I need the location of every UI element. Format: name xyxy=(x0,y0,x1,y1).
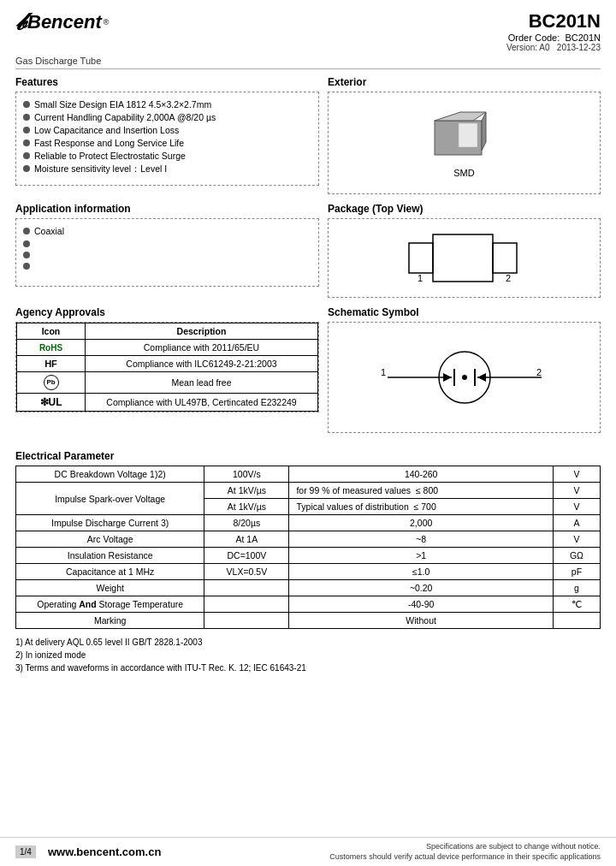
application-section: Application information Coaxial xyxy=(15,203,319,306)
elec-row-4: Arc Voltage At 1A ~8 V xyxy=(16,531,601,548)
elec-val-9: Without xyxy=(289,613,553,629)
website: www.bencent.com.cn xyxy=(48,845,161,858)
features-title: Features xyxy=(15,76,319,88)
elec-param-6: Capacitance at 1 MHz xyxy=(16,564,204,580)
svg-marker-1 xyxy=(435,112,486,121)
approvals-row-rohs: RoHS Compliance with 2011/65/EU xyxy=(17,340,318,356)
pb-icon-cell: Pb xyxy=(17,372,86,394)
order-code-value: BC201N xyxy=(565,33,601,43)
elec-row-6: Capacitance at 1 MHz VLX=0.5V ≤1.0 pF xyxy=(16,564,601,580)
svg-rect-5 xyxy=(433,234,493,282)
elec-cond-8 xyxy=(204,596,289,613)
schematic-title: Schematic Symbol xyxy=(328,306,601,318)
elec-unit-5: GΩ xyxy=(553,548,600,564)
elec-cond-6: VLX=0.5V xyxy=(204,564,289,580)
elec-cond-5: DC=100V xyxy=(204,548,289,564)
features-content: Small Size Design EIA 1812 4.5×3.2×2.7mm… xyxy=(15,92,319,186)
elec-unit-2b: V xyxy=(553,499,600,515)
schematic-svg: 1 2 xyxy=(379,343,550,412)
feature-text-1: Small Size Design EIA 1812 4.5×3.2×2.7mm xyxy=(34,99,211,110)
elec-param-9: Marking xyxy=(16,613,204,629)
app-item-3 xyxy=(23,250,311,258)
feature-4: Fast Response and Long Service Life xyxy=(23,138,311,148)
svg-marker-2 xyxy=(482,112,486,151)
disclaimer-line-1: Specifications are subject to change wit… xyxy=(329,841,601,852)
package-diagram-svg: 1 2 xyxy=(396,226,533,290)
svg-point-18 xyxy=(462,375,467,380)
package-section: Package (Top View) 1 2 xyxy=(328,203,601,306)
agency-approvals-content: Icon Description RoHS Compliance with 20… xyxy=(15,322,319,412)
part-info: BC201N Order Code: BC201N Version: A0 20… xyxy=(506,10,601,52)
package-title: Package (Top View) xyxy=(328,203,601,215)
elec-param-8: Operating And Storage Temperature xyxy=(16,596,204,613)
approvals-row-pb: Pb Mean lead free xyxy=(17,372,318,394)
approvals-schematic-row: Agency Approvals Icon Description RoHS xyxy=(15,306,601,442)
app-item-2 xyxy=(23,239,311,247)
elec-param-3: Impulse Discharge Current 3) xyxy=(16,515,204,531)
bullet-icon xyxy=(23,127,30,133)
logo-area: 𝒷 Bencent® xyxy=(15,10,109,34)
svg-rect-4 xyxy=(409,243,433,273)
feature-text-3: Low Capacitance and Insertion Loss xyxy=(34,125,179,135)
bullet-icon xyxy=(23,228,30,234)
elec-cond-9 xyxy=(204,613,289,629)
elec-unit-7: g xyxy=(553,580,600,596)
date: 2013-12-23 xyxy=(557,43,601,52)
ul-icon-cell: ❇UL xyxy=(17,394,86,412)
feature-6: Moisture sensitivity level：Level I xyxy=(23,163,311,175)
exterior-title: Exterior xyxy=(328,76,601,88)
approvals-row-hf: HF Compliance with ILC61249-2-21:2003 xyxy=(17,356,318,372)
note-2: 2) In ionized mode xyxy=(15,649,601,661)
ul-badge: ❇UL xyxy=(40,396,62,408)
elec-param-1: DC Breakdown Voltage 1)2) xyxy=(16,466,204,483)
elec-cond-7 xyxy=(204,580,289,596)
elec-val-1: 140-260 xyxy=(289,466,553,483)
app-text-1: Coaxial xyxy=(34,226,64,236)
svg-rect-3 xyxy=(459,123,477,147)
feature-2: Current Handling Capability 2,000A @8/20… xyxy=(23,112,311,122)
version: Version: A0 2013-12-23 xyxy=(506,43,601,52)
smd-label: SMD xyxy=(453,168,474,178)
feature-5: Reliable to Protect Electrostatic Surge xyxy=(23,151,311,161)
elec-cond-4: At 1A xyxy=(204,531,289,548)
pb-free-badge: Pb xyxy=(44,375,59,390)
elec-row-3: Impulse Discharge Current 3) 8/20µs 2,00… xyxy=(16,515,601,531)
bullet-icon xyxy=(23,252,30,258)
logo-reg: ® xyxy=(104,18,110,27)
feature-text-4: Fast Response and Long Service Life xyxy=(34,138,184,148)
agency-approvals-title: Agency Approvals xyxy=(15,306,319,318)
disclaimer-line-2: Customers should verify actual device pe… xyxy=(329,851,601,863)
elec-val-8: -40-90 xyxy=(289,596,553,613)
elec-val-7: ~0.20 xyxy=(289,580,553,596)
elec-val-4: ~8 xyxy=(289,531,553,548)
hf-badge: HF xyxy=(44,359,57,369)
elec-unit-8: ℃ xyxy=(553,596,600,613)
svg-text:2: 2 xyxy=(536,367,542,377)
svg-marker-13 xyxy=(443,373,452,382)
feature-text-2: Current Handling Capability 2,000A @8/20… xyxy=(34,112,216,122)
exterior-section: Exterior SMD xyxy=(328,76,601,203)
bullet-icon xyxy=(23,139,30,146)
rohs-desc: Compliance with 2011/65/EU xyxy=(86,340,318,356)
bullet-icon xyxy=(23,101,30,108)
elec-unit-2a: V xyxy=(553,483,600,499)
bullet-icon xyxy=(23,152,30,159)
elec-param-4: Arc Voltage xyxy=(16,531,204,548)
elec-val-2b: Typical values of distribution ≤ 700 xyxy=(289,499,553,515)
exterior-content: SMD xyxy=(328,92,601,194)
svg-rect-6 xyxy=(493,243,517,273)
app-item-1: Coaxial xyxy=(23,226,311,236)
col-icon-header: Icon xyxy=(17,323,86,340)
feature-3: Low Capacitance and Insertion Loss xyxy=(23,125,311,135)
ul-desc: Compliance with UL497B, Certincated E232… xyxy=(86,394,318,412)
hf-desc: Compliance with ILC61249-2-21:2003 xyxy=(86,356,318,372)
elec-row-5: Insulation Resistance DC=100V >1 GΩ xyxy=(16,548,601,564)
approvals-row-ul: ❇UL Compliance with UL497B, Certincated … xyxy=(17,394,318,412)
elec-unit-9 xyxy=(553,613,600,629)
rohs-badge: RoHS xyxy=(39,343,62,353)
subtitle: Gas Discharge Tube xyxy=(15,56,601,69)
app-package-row: Application information Coaxial xyxy=(15,203,601,306)
rohs-icon-cell: RoHS xyxy=(17,340,86,356)
application-title: Application information xyxy=(15,203,319,215)
elec-row-8: Operating And Storage Temperature -40-90… xyxy=(16,596,601,613)
